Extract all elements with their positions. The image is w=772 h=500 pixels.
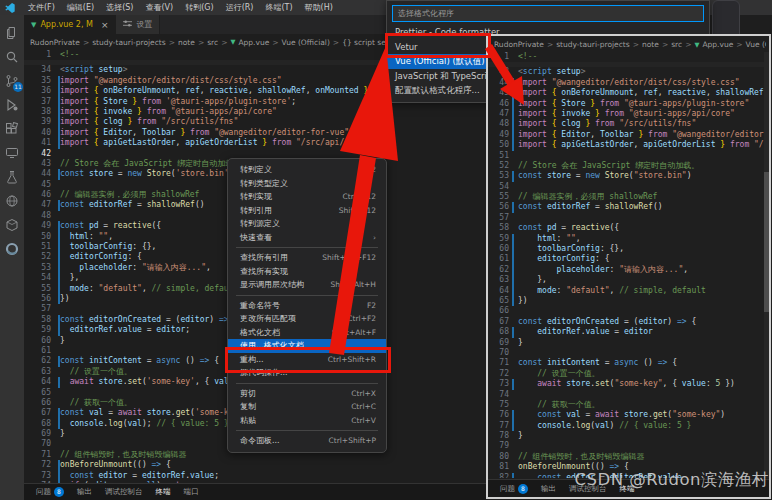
code-line[interactable]: 79 [488, 441, 769, 451]
code-line[interactable]: 73 await store.set("some-key", { value: … [488, 379, 769, 389]
panel-tab[interactable]: 终端 [156, 484, 171, 500]
menubar-item[interactable]: 文件(F) [22, 0, 61, 15]
code-line[interactable]: 59 html: "", [488, 234, 769, 244]
code-line[interactable]: 54 [488, 182, 769, 192]
explorer-icon[interactable] [0, 21, 24, 45]
editor-tab[interactable]: ▼App.vue 2, M× [24, 15, 116, 34]
breadcrumb-item[interactable]: RudonPrivate [494, 40, 544, 49]
context-menu-item[interactable]: 转到定义F12 [228, 163, 386, 177]
context-menu-item[interactable]: 格式化文档Shift+Alt+F [228, 326, 386, 340]
code-line[interactable]: 62 placeholder: "请输入内容...", [488, 265, 769, 275]
code-editor-right[interactable]: 1<!--43<script setup>44import "@wangedit… [488, 52, 769, 478]
quickpick-input[interactable]: 选择格式化程序 [392, 5, 704, 22]
context-menu-item[interactable]: 查找所有实现 [228, 265, 386, 279]
tab-close-icon[interactable]: × [101, 20, 109, 30]
menubar-item[interactable]: 运行(R) [220, 0, 260, 15]
panel-tab[interactable]: 问题8 [36, 484, 64, 500]
breadcrumb-item[interactable]: src [671, 40, 682, 49]
menubar-item[interactable]: 帮助(H) [299, 0, 339, 15]
menubar-item[interactable]: 查看(V) [139, 0, 179, 15]
code-line[interactable]: 72onBeforeUnmount(() => { [24, 460, 486, 470]
context-menu-item[interactable]: 粘贴Ctrl+V [228, 414, 386, 428]
code-line[interactable]: 44import "@wangeditor/editor/dist/css/st… [488, 78, 769, 88]
menubar-item[interactable]: 终端(T) [259, 0, 298, 15]
code-line[interactable]: 70 [488, 348, 769, 358]
code-line[interactable]: 68 editorRef.value = editor [488, 327, 769, 337]
code-line[interactable]: 80// 组件销毁时，也及时销毁编辑器 [488, 452, 769, 462]
code-line[interactable]: 76 const val = await store.get("some-key… [488, 410, 769, 420]
code-line[interactable]: 71const initContent = async () => { [488, 358, 769, 368]
context-menu-item[interactable]: 转到实现Ctrl+F12 [228, 190, 386, 204]
code-line[interactable]: 1<!-- [488, 52, 769, 62]
editor-tab[interactable]: 设置 [116, 15, 160, 34]
code-line[interactable]: 38import { invoke } from "@tauri-apps/ap… [24, 107, 486, 117]
edge-browser-icon[interactable] [0, 237, 24, 261]
context-menu-item[interactable]: 查找所有引用Shift+Alt+F12 [228, 251, 386, 265]
code-line[interactable]: 47import { invoke } from "@tauri-apps/ap… [488, 109, 769, 119]
context-menu-item[interactable]: 命令面板...Ctrl+Shift+P [228, 434, 386, 448]
context-menu-item[interactable]: 剪切Ctrl+X [228, 387, 386, 401]
source-control-icon[interactable]: 11 [0, 69, 24, 93]
code-line[interactable]: 58const pd = reactive({ [488, 223, 769, 233]
code-line[interactable]: 74 [488, 390, 769, 400]
code-line[interactable]: 55// 编辑器实例，必须用 shallowRef [488, 192, 769, 202]
panel-tab[interactable]: 输出 [541, 480, 556, 498]
breadcrumb-item[interactable]: note [642, 40, 659, 49]
breadcrumb-item[interactable]: study-tauri-projects [556, 40, 629, 49]
context-menu-item[interactable]: 更改所有匹配项Ctrl+F2 [228, 312, 386, 326]
scrollbar-thumb[interactable] [764, 172, 769, 312]
menubar-item[interactable]: 编辑(E) [61, 0, 100, 15]
context-menu-item[interactable]: 快速查看› [228, 231, 386, 245]
panel-tab[interactable]: 端口 [184, 484, 199, 500]
menubar-item[interactable]: 转到(G) [179, 0, 219, 15]
code-line[interactable]: 51 [488, 151, 769, 161]
code-line[interactable]: 53const store = new Store("store.bin") [488, 171, 769, 181]
code-line[interactable]: 50import { apiGetLastOrder, apiGetOrderL… [488, 140, 769, 150]
code-line[interactable]: 65}) [488, 296, 769, 306]
breadcrumb-item[interactable]: App.vue [702, 40, 733, 49]
context-menu-item[interactable]: 显示调用层次结构Shift+Alt+H [228, 278, 386, 292]
code-line[interactable]: 60 toolbarConfig: {}, [488, 244, 769, 254]
code-line[interactable]: 66 [488, 306, 769, 316]
code-line[interactable]: 73 const editor = editorRef.value; [24, 471, 486, 481]
code-line[interactable]: 72 // 设置一个值。 [488, 369, 769, 379]
breadcrumb-item[interactable]: Vue (Official) [746, 40, 766, 49]
code-line[interactable]: 77 console.log(val) // { value: 5 } [488, 421, 769, 431]
context-menu-item[interactable]: 转到引用Shift+F12 [228, 204, 386, 218]
run-and-debug-icon[interactable] [0, 93, 24, 117]
globe-icon[interactable] [0, 189, 24, 213]
code-line[interactable]: 49import { Editor, Toolbar } from "@wang… [488, 130, 769, 140]
remote-explorer-icon[interactable] [0, 141, 24, 165]
code-line[interactable]: 63 }, [488, 275, 769, 285]
code-line[interactable]: 78} [488, 431, 769, 441]
breadcrumb-item[interactable]: RudonPrivate [30, 38, 80, 47]
code-line[interactable]: 45import { onBeforeUnmount, ref, reactiv… [488, 88, 769, 98]
code-line[interactable]: 41import { apiGetLastOrder, apiGetOrderL… [24, 138, 486, 148]
extensions-icon[interactable] [0, 117, 24, 141]
menubar-item[interactable]: 选择(S) [100, 0, 139, 15]
code-line[interactable]: 69} [488, 338, 769, 348]
code-line[interactable]: 52// Store 会在 JavaScript 绑定时自动加载。 [488, 161, 769, 171]
code-line[interactable]: 75 // 获取一个值。 [488, 400, 769, 410]
code-line[interactable]: 56const editorRef = shallowRef() [488, 202, 769, 212]
testing-flask-icon[interactable] [0, 165, 24, 189]
panel-tab[interactable]: 输出 [77, 484, 92, 500]
code-line[interactable]: 57 [488, 213, 769, 223]
package-icon[interactable] [0, 213, 24, 237]
code-line[interactable]: 61 editorConfig: { [488, 254, 769, 264]
code-line[interactable]: 43<script setup> [488, 67, 769, 77]
breadcrumb-item[interactable]: src [207, 38, 218, 47]
panel-tab[interactable]: 问题8 [500, 480, 528, 498]
scrollbar[interactable] [764, 52, 769, 478]
context-menu-item[interactable]: 转到源定义 [228, 217, 386, 231]
code-line[interactable]: 48import { clog } from "/src/utils/fns" [488, 119, 769, 129]
code-line[interactable]: 39import { clog } from "/src/utils/fns" [24, 117, 486, 127]
panel-tab[interactable]: 调试控制台 [105, 484, 143, 500]
context-menu-item[interactable]: 重命名符号F2 [228, 299, 386, 313]
search-icon[interactable] [0, 45, 24, 69]
code-line[interactable]: 46import { Store } from "@tauri-apps/plu… [488, 99, 769, 109]
context-menu-item[interactable]: 转到类型定义 [228, 177, 386, 191]
breadcrumb-item[interactable]: note [178, 38, 195, 47]
breadcrumb-item[interactable]: study-tauri-projects [92, 38, 165, 47]
code-line[interactable]: 64 mode: "default", // simple, default [488, 286, 769, 296]
